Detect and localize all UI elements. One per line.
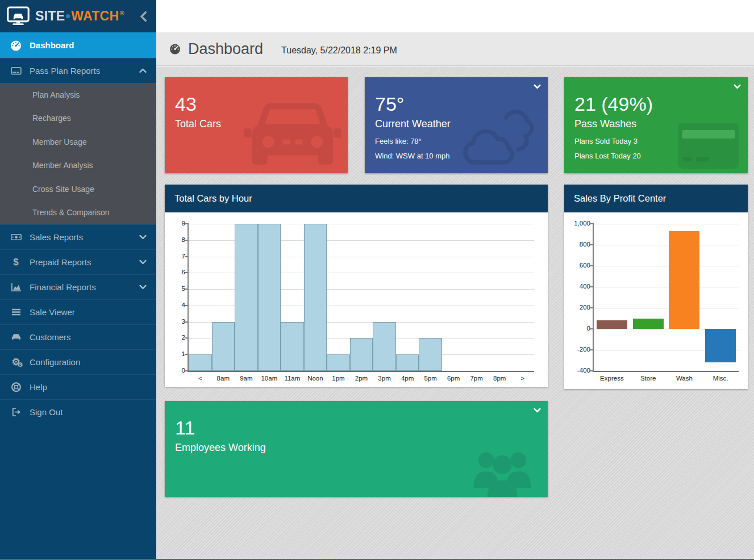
- top-strip: [156, 0, 754, 32]
- sidebar: SITEWATCH® DashboardPass Plan ReportsPla…: [0, 0, 156, 560]
- sidebar-item-sign-out[interactable]: Sign Out: [0, 399, 156, 424]
- logo-bar: SITEWATCH®: [0, 0, 156, 32]
- y-axis-tick: [590, 244, 594, 245]
- header-date: Tuesday, 5/22/2018 2:19 PM: [281, 43, 397, 56]
- sidebar-item-recharges[interactable]: Recharges: [0, 107, 156, 131]
- bar: [189, 354, 212, 371]
- y-axis-label: 8: [165, 237, 185, 244]
- y-axis-label: -200: [570, 346, 590, 353]
- brand-site: SITE: [35, 9, 65, 23]
- pass-washes-card-menu-button[interactable]: [733, 82, 741, 91]
- brand-watch: WATCH: [71, 9, 119, 23]
- bar: [327, 354, 350, 371]
- sidebar-nav: DashboardPass Plan ReportsPlan AnalysisR…: [0, 32, 156, 424]
- sidebar-item-configuration[interactable]: ⚙⚙Configuration: [0, 349, 156, 374]
- area-chart-icon: [9, 282, 23, 292]
- speedometer-icon: [9, 39, 23, 52]
- chevron-down-icon: [533, 83, 541, 93]
- sidebar-item-member-usage[interactable]: Member Usage: [0, 130, 156, 154]
- page-header: Dashboard Tuesday, 5/22/2018 2:19 PM: [156, 32, 754, 66]
- sidebar-item-cross-site-usage[interactable]: Cross Site Usage: [0, 177, 156, 201]
- y-axis-label: 6: [165, 270, 185, 277]
- sidebar-item-label: Sale Viewer: [30, 307, 75, 317]
- y-axis-tick: [185, 223, 189, 224]
- sidebar-item-dashboard[interactable]: Dashboard: [0, 32, 156, 58]
- panel-title: Total Cars by Hour: [174, 193, 252, 204]
- gridline: [594, 308, 739, 308]
- sidebar-item-sales-reports[interactable]: Sales Reports: [0, 224, 156, 249]
- card-value: 43: [175, 93, 348, 115]
- sidebar-item-pass-plan-reports[interactable]: Pass Plan Reports: [0, 58, 156, 83]
- sidebar-item-label: Pass Plan Reports: [30, 66, 100, 76]
- sidebar-item-trends-comparison[interactable]: Trends & Comparison: [0, 201, 156, 225]
- bar: [396, 354, 419, 371]
- sidebar-item-financial-reports[interactable]: Financial Reports: [0, 274, 156, 299]
- dollar-icon: $: [9, 257, 23, 267]
- y-axis-tick: [590, 328, 594, 329]
- total-cars-by-hour-chart: 0123456789<8am9am10am11amNoon1pm2pm3pm4p…: [188, 224, 534, 372]
- y-axis-tick: [185, 370, 189, 371]
- pass-washes-card: 21 (49%) Pass Washes Plans Sold Today 3 …: [564, 77, 748, 173]
- y-axis-tick: [185, 321, 189, 323]
- sidebar-item-member-analysis[interactable]: Member Analysis: [0, 154, 156, 178]
- card-label: Pass Washes: [574, 118, 748, 130]
- sidebar-item-label: Financial Reports: [30, 282, 96, 292]
- y-axis-label: 400: [570, 283, 590, 290]
- y-axis-label: -400: [570, 367, 590, 374]
- y-axis-tick: [185, 305, 189, 306]
- bar: [304, 224, 327, 371]
- list-icon: [9, 307, 23, 317]
- card-label: Total Cars: [175, 118, 348, 130]
- gridline: [594, 224, 739, 224]
- card-label: Employees Working: [175, 442, 548, 454]
- bar: [350, 338, 373, 371]
- brand-name: SITEWATCH®: [35, 9, 124, 24]
- chevron-left-icon: [139, 14, 148, 24]
- weather-card-menu-button[interactable]: [533, 82, 541, 91]
- x-axis-label: 7pm: [470, 375, 482, 382]
- y-axis-label: 1: [165, 351, 185, 358]
- x-axis-label: 2pm: [355, 375, 368, 382]
- y-axis-tick: [185, 354, 189, 355]
- sidebar-item-prepaid-reports[interactable]: $Prepaid Reports: [0, 249, 156, 274]
- sidebar-item-label: Plan Analysis: [32, 90, 80, 99]
- y-axis-label: 9: [165, 220, 185, 227]
- sidebar-item-label: Sign Out: [30, 407, 63, 417]
- sidebar-item-plan-analysis[interactable]: Plan Analysis: [0, 83, 156, 107]
- bar: [633, 319, 664, 329]
- y-axis-label: 3: [165, 319, 185, 325]
- panel-header: Sales By Profit Center: [564, 185, 748, 212]
- y-axis-tick: [590, 349, 594, 350]
- y-axis-label: 1,000: [570, 220, 590, 227]
- chevron-down-icon: [139, 233, 147, 241]
- employees-card-menu-button[interactable]: [533, 406, 541, 415]
- sidebar-item-label: Sales Reports: [30, 232, 83, 242]
- sidebar-item-customers[interactable]: Customers: [0, 324, 156, 349]
- plans-lost-text: Plans Lost Today 20: [574, 152, 748, 160]
- y-axis-label: 800: [570, 241, 590, 248]
- sidebar-item-help[interactable]: Help: [0, 374, 156, 399]
- sidebar-item-label: Member Analysis: [32, 161, 93, 170]
- sidebar-item-label: Configuration: [30, 357, 80, 367]
- sign-out-icon: [9, 407, 23, 417]
- y-axis-tick: [185, 272, 189, 273]
- x-axis-label: Noon: [307, 375, 323, 382]
- y-axis-tick: [590, 370, 594, 371]
- sidebar-item-label: Recharges: [32, 114, 71, 123]
- current-weather-card: 75° Current Weather Feels like: 78° Wind…: [365, 77, 548, 173]
- brand-registered-mark: ®: [119, 10, 124, 16]
- sidebar-collapse-button[interactable]: [139, 11, 148, 22]
- y-axis-tick: [185, 289, 189, 290]
- bar: [705, 329, 736, 362]
- sidebar-item-sale-viewer[interactable]: Sale Viewer: [0, 299, 156, 324]
- sidebar-item-label: Prepaid Reports: [30, 257, 91, 267]
- total-cars-card: 43 Total Cars: [165, 77, 348, 173]
- bar: [669, 231, 699, 329]
- plans-sold-text: Plans Sold Today 3: [574, 137, 748, 145]
- bar: [235, 224, 258, 371]
- gridline: [594, 245, 739, 245]
- y-axis-tick: [185, 240, 189, 241]
- x-axis-label: Store: [640, 375, 656, 382]
- bar: [373, 322, 396, 371]
- y-axis-label: 4: [165, 302, 185, 309]
